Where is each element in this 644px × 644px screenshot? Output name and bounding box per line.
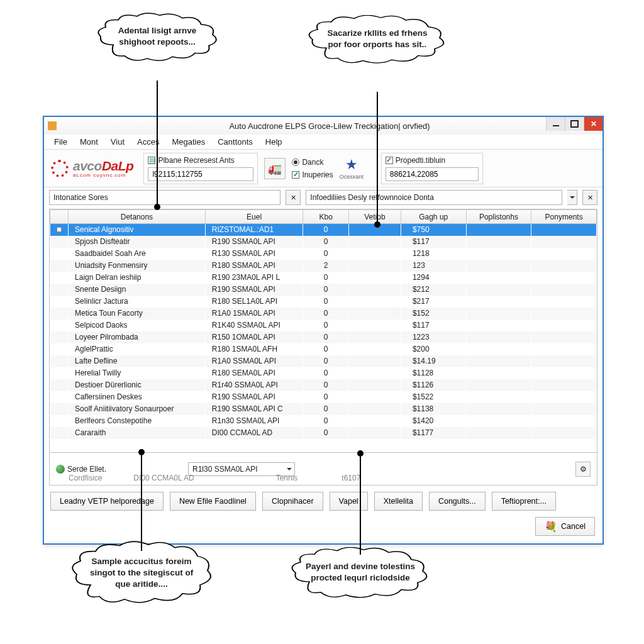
- callout-bottom-right: Payerl and devine tolestins procted lequ…: [288, 547, 433, 600]
- cell-euel: R1r40 SSMA0L API: [205, 379, 303, 391]
- cell-pon: [531, 224, 597, 236]
- table-row[interactable]: Lafte DeflineR1A0 SSMA0L API0$14.19: [50, 355, 597, 367]
- table-row[interactable]: Snente DesiignR190 SSMA0L API0$212: [50, 284, 597, 296]
- table-row[interactable]: Herelial TwillyR180 SEMA0L API0$1128: [50, 367, 597, 379]
- toolbar-group-3: Propedti.tibluin: [381, 153, 483, 184]
- cell-name: Caflersiinen Deskes: [69, 391, 206, 403]
- cell-gag: $1138: [401, 403, 466, 415]
- cell-pop: [466, 427, 531, 439]
- cell-pop: [466, 331, 531, 343]
- cell-gag: $14.19: [401, 355, 466, 367]
- group3-input[interactable]: [386, 167, 479, 181]
- check-inuperies-label: Inuperies: [302, 170, 333, 179]
- data-table: DetanonsEuelKboVetiobGagh upPoplistonhsP…: [49, 209, 597, 453]
- col-header[interactable]: Ponyments: [531, 210, 597, 224]
- cell-pon: [531, 331, 597, 343]
- minimize-button[interactable]: [546, 117, 565, 131]
- cell-pon: [531, 427, 597, 439]
- subrow-action-button[interactable]: ⚙: [575, 462, 591, 477]
- menu-mont[interactable]: Mont: [74, 135, 104, 148]
- cell-kbo: 0: [303, 308, 349, 319]
- callout-top-right: Sacarize rkllits ed frhens por foor orpo…: [305, 15, 450, 65]
- table-row[interactable]: Soolf Aniitiivatory SonaurpoerR190 SSMA0…: [50, 403, 597, 415]
- cell-vet: [348, 403, 401, 415]
- cell-name: Herelial Twilly: [69, 367, 206, 379]
- cell-kbo: 0: [303, 367, 349, 379]
- vehicle-icon-button[interactable]: 🚛: [264, 158, 286, 179]
- table-row[interactable]: Saadbaidel Soah AreR130 SSMA0L API01218: [50, 248, 597, 260]
- cell-kbo: 2: [303, 260, 349, 272]
- gear-icon: [49, 158, 70, 179]
- maximize-button[interactable]: [565, 117, 584, 131]
- table-row[interactable]: Senical AlgnositivRIZSTOMAL.:AD10$750: [50, 224, 597, 236]
- cell-pon: [531, 319, 597, 331]
- subrow-label: Serde Ellet.: [67, 465, 106, 474]
- table-row[interactable]: Loyeer PilrombadaR150 1OMA0L API01223: [50, 331, 597, 343]
- cell-euel: R1n30 SSMA0L API: [205, 415, 303, 427]
- menu-help[interactable]: Help: [259, 135, 289, 148]
- menu-acces[interactable]: Acces: [131, 135, 165, 148]
- table-row[interactable]: Selpicod DaoksR1K40 SSMA0L API0$117: [50, 319, 597, 331]
- search-clear-button[interactable]: ✕: [286, 190, 301, 205]
- col-header[interactable]: Gagh up: [401, 210, 466, 224]
- table-row[interactable]: Spjosh DisfteatirR190 SSMA0L API0$117: [50, 236, 597, 248]
- titlebar[interactable]: Auto Aucdrone ELPS Groce-Lilew Treckigat…: [44, 117, 602, 135]
- search-right-dropdown[interactable]: [567, 190, 577, 205]
- table-row[interactable]: Selinlicr JacturaR180 SEL1A0L API0$217: [50, 296, 597, 308]
- cell-euel: R180 1SMA0L AFH: [205, 343, 303, 355]
- menu-canttonts[interactable]: Canttonts: [211, 135, 259, 148]
- check-proped[interactable]: [386, 157, 393, 164]
- document-icon: ▤: [148, 157, 155, 164]
- btn-teftioprent[interactable]: Teftioprent:...: [492, 492, 556, 511]
- btn-congults[interactable]: Congults...: [429, 492, 486, 511]
- cell-vet: [348, 343, 401, 355]
- cell-gag: $200: [401, 343, 466, 355]
- cell-icon: [50, 391, 69, 403]
- btn-leadny[interactable]: Leadny VETP helporedage: [50, 492, 164, 511]
- btn-new-efile[interactable]: New Efile Faodlinel: [170, 492, 256, 511]
- star-button[interactable]: ★ Ocesxant: [340, 157, 364, 180]
- window-title: Auto Aucdrone ELPS Groce-Lilew Treckigat…: [57, 121, 602, 131]
- cancel-button[interactable]: 💐Cancel: [535, 517, 595, 536]
- col-header[interactable]: Kbo: [303, 210, 349, 224]
- cell-pon: [531, 272, 597, 284]
- table-row[interactable]: CararaithDI00 CCMA0L AD0$1177: [50, 427, 597, 439]
- table-row[interactable]: AglelPratticR180 1SMA0L AFH0$200: [50, 343, 597, 355]
- search-go-button[interactable]: ✕: [582, 190, 597, 205]
- col-header[interactable]: [50, 210, 69, 224]
- cell-euel: R190 SSMA0L API C: [205, 403, 303, 415]
- menu-megaties[interactable]: Megaties: [165, 135, 211, 148]
- cell-kbo: 0: [303, 224, 349, 236]
- menu-viut[interactable]: Viut: [104, 135, 131, 148]
- cell-euel: R190 SSMA0L API: [205, 391, 303, 403]
- table-row[interactable]: Berlfeors ConstepotiheR1n30 SSMA0L API0$…: [50, 415, 597, 427]
- table-row[interactable]: Destioer DürerlionicR1r40 SSMA0L API0$11…: [50, 379, 597, 391]
- col-header[interactable]: Poplistonhs: [466, 210, 531, 224]
- cell-name: Destioer Dürerlionic: [69, 379, 206, 391]
- search-left-field[interactable]: Intonatice Sores: [49, 190, 280, 205]
- table-row[interactable]: Laign Delran ieshiipR190 23MA0L API L012…: [50, 272, 597, 284]
- cell-gag: $1177: [401, 427, 466, 439]
- col-header[interactable]: Detanons: [69, 210, 206, 224]
- table-row[interactable]: Metica Toun FacortyR1A0 1SMA0L API0$152: [50, 308, 597, 319]
- search-right-field[interactable]: Infoediliies Desly reffownnoice Donta: [306, 190, 562, 205]
- cell-pop: [466, 403, 531, 415]
- table-row[interactable]: Caflersiinen DeskesR190 SSMA0L API0$1522: [50, 391, 597, 403]
- menu-file[interactable]: File: [48, 135, 74, 148]
- cell-pop: [466, 319, 531, 331]
- cell-name: Selinlicr Jactura: [69, 296, 206, 308]
- check-inuperies[interactable]: [292, 171, 299, 179]
- btn-vapel[interactable]: Vapel: [330, 492, 368, 511]
- btn-xtellelita[interactable]: Xtellelita: [374, 492, 423, 511]
- cell-vet: [348, 248, 401, 260]
- table-row[interactable]: Uniadsity FonmensiryR180 SSMA0L API2123: [50, 260, 597, 272]
- cell-euel: R190 SSMA0L API: [205, 236, 303, 248]
- group1-input[interactable]: [148, 167, 253, 181]
- col-header[interactable]: Euel: [205, 210, 303, 224]
- cell-pop: [466, 224, 531, 236]
- fade-gag: t6107: [341, 474, 360, 482]
- fade-euel: DI00 CCMA0L AD: [133, 474, 194, 482]
- btn-clopnihacer[interactable]: Clopnihacer: [262, 492, 323, 511]
- close-button[interactable]: [584, 117, 602, 131]
- radio-danck[interactable]: [292, 158, 299, 166]
